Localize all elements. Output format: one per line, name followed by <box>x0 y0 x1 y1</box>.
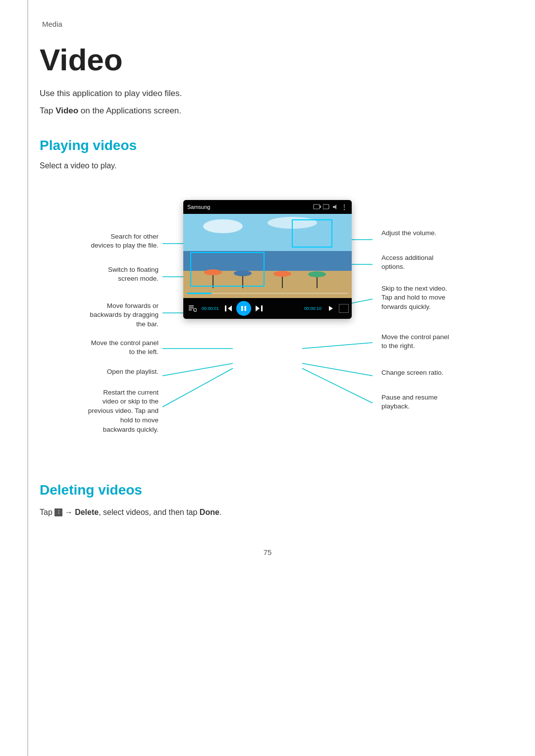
play-pause-button <box>236 301 251 316</box>
page-number: 75 <box>40 548 495 556</box>
screen-ratio-button <box>339 304 349 313</box>
ann-pause-resume: Pause and resumeplayback. <box>381 393 490 412</box>
screen-icon <box>313 204 321 210</box>
wifi-icon <box>323 204 330 210</box>
svg-line-18 <box>302 363 373 376</box>
more-dots-icon: ⋮ <box>341 203 348 210</box>
intro-line-2: Tap Video on the Applications screen. <box>40 104 495 117</box>
ann-move-right: Move the control panelto the right. <box>381 333 490 352</box>
svg-point-34 <box>273 271 291 277</box>
volume-icon <box>332 204 339 210</box>
ann-restart-prev: Restart the currentvideo or skip to thep… <box>45 388 159 435</box>
playlist-button <box>186 302 198 314</box>
svg-rect-44 <box>225 305 226 311</box>
progress-bar-track <box>187 293 348 294</box>
svg-rect-22 <box>323 204 329 209</box>
phone-mockup: Samsung ⋮ <box>183 200 352 319</box>
svg-marker-43 <box>228 305 232 311</box>
playlist-icon <box>188 304 197 312</box>
progress-bar-fill <box>187 293 212 294</box>
svg-rect-21 <box>320 205 321 208</box>
next-button <box>253 302 265 314</box>
deleting-text: Tap ⋮ → Delete, select videos, and then … <box>40 506 495 519</box>
ann-search-other: Search for otherdevices to play the file… <box>45 232 159 251</box>
arrow-right-button <box>325 302 337 314</box>
ann-open-playlist: Open the playlist. <box>45 367 159 377</box>
playing-videos-heading: Playing videos <box>40 138 495 153</box>
menu-icon: ⋮ <box>54 508 62 516</box>
svg-line-17 <box>302 343 373 349</box>
beach-scene <box>183 214 352 298</box>
deleting-section: Deleting videos Tap ⋮ → Delete, select v… <box>40 482 495 519</box>
svg-rect-46 <box>245 306 247 311</box>
page-title: Video <box>40 43 495 77</box>
svg-point-27 <box>203 219 243 233</box>
svg-marker-23 <box>333 204 336 209</box>
phone-top-bar: Samsung ⋮ <box>183 200 352 214</box>
ann-access-options: Access additionaloptions. <box>381 253 490 272</box>
prev-icon <box>224 304 233 312</box>
next-icon <box>255 304 264 312</box>
ann-change-ratio: Change screen ratio. <box>381 368 490 378</box>
phone-brand: Samsung <box>187 204 210 210</box>
svg-line-9 <box>162 368 233 407</box>
pause-icon <box>240 305 247 312</box>
left-border <box>27 0 28 756</box>
svg-point-30 <box>204 269 222 275</box>
prev-button <box>222 302 234 314</box>
ann-adjust-volume: Adjust the volume. <box>381 229 490 238</box>
time-end-label: 00:00:10 <box>303 305 323 312</box>
ann-skip-next: Skip to the next video.Tap and hold to m… <box>381 284 490 312</box>
ann-switch-float: Switch to floatingscreen mode. <box>45 265 159 284</box>
svg-rect-20 <box>314 204 320 209</box>
arrow-right-icon <box>327 305 334 312</box>
page-container: Media Video Use this application to play… <box>0 0 535 756</box>
phone-top-icons: ⋮ <box>313 203 348 210</box>
controls-bar: 00:00:01 <box>183 298 352 319</box>
video-frame <box>183 214 352 298</box>
ann-move-fb: Move forwards orbackwards by draggingthe… <box>45 302 159 330</box>
svg-point-32 <box>234 270 252 276</box>
svg-point-36 <box>308 271 326 277</box>
intro-line-1: Use this application to play video files… <box>40 87 495 100</box>
ann-move-left: Move the control panelto the left. <box>45 339 159 357</box>
svg-line-19 <box>302 368 373 403</box>
diagram-area: Search for otherdevices to play the file… <box>40 185 495 457</box>
section-label: Media <box>42 20 495 28</box>
deleting-heading: Deleting videos <box>40 482 495 498</box>
time-start-label: 00:00:01 <box>200 305 220 312</box>
svg-marker-47 <box>256 305 260 311</box>
svg-line-8 <box>162 363 233 376</box>
svg-point-42 <box>194 308 197 311</box>
svg-rect-45 <box>241 306 243 311</box>
svg-marker-49 <box>329 306 333 311</box>
svg-rect-48 <box>261 305 263 311</box>
playing-intro: Select a video to play. <box>40 161 495 170</box>
